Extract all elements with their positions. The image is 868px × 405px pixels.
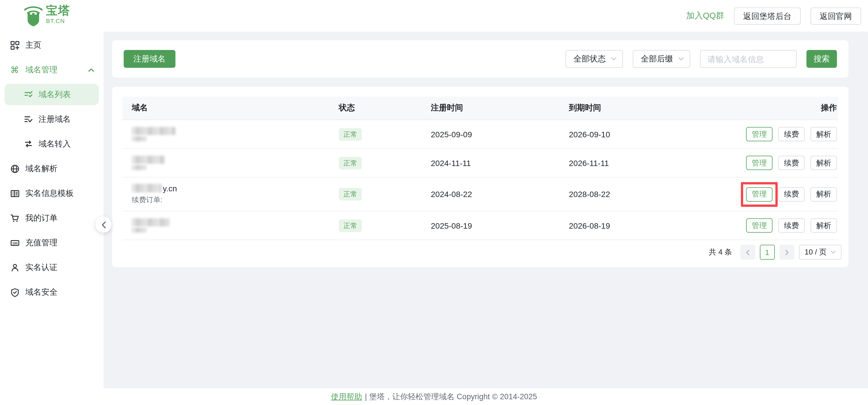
table-row: 正常 2024-11-11 2026-11-11 管理 续费 解析 (123, 149, 838, 177)
registered-date: 2024-08-22 (422, 190, 560, 199)
page-footer: 使用帮助 | 堡塔，让你轻松管理域名 Copyright © 2014-2025 (0, 389, 868, 405)
person-icon (10, 263, 20, 272)
sidebar-item-label: 域名解析 (25, 163, 58, 174)
brand-name: 宝塔 (46, 5, 70, 16)
chevron-left-icon (745, 249, 750, 255)
sidebar-item-label: 域名列表 (38, 89, 71, 100)
topbar: 加入QQ群 返回堡塔后台 返回官网 (103, 0, 868, 32)
register-domain-button[interactable]: 注册域名 (124, 50, 176, 68)
renew-button[interactable]: 续费 (778, 156, 805, 170)
manage-button[interactable]: 管理 (746, 127, 773, 141)
sidebar-item-label: 域名安全 (25, 287, 58, 297)
shield-check-icon (10, 288, 20, 297)
prev-page-button[interactable] (740, 245, 755, 260)
sidebar-item-label: 实名信息模板 (25, 188, 74, 199)
expires-date: 2026-09-10 (560, 130, 732, 139)
status-badge: 正常 (339, 219, 362, 232)
sidebar-collapse-button[interactable] (95, 216, 112, 233)
redacted-domain: y.cn (132, 183, 330, 193)
expires-date: 2026-08-19 (560, 221, 732, 230)
page-number-1[interactable]: 1 (760, 245, 775, 260)
status-badge: 正常 (339, 157, 362, 169)
domain-table-card: 域名 状态 注册时间 到期时间 操作 正常 2025-09-09 2026-09… (112, 87, 848, 267)
table-row: y.cn 续费订单: 正常 2024-08-22 2028-08-22 管理 续… (123, 177, 838, 211)
sidebar-item-domain-transfer[interactable]: 域名转入 (5, 132, 99, 156)
sidebar-item-realname-template[interactable]: 实名信息模板 (0, 181, 103, 206)
renew-button[interactable]: 续费 (778, 218, 805, 233)
redacted-domain (132, 156, 330, 170)
sidebar-item-label: 我的订单 (25, 213, 58, 223)
registered-date: 2025-09-09 (422, 130, 560, 139)
sidebar-item-realname-auth[interactable]: 实名认证 (0, 255, 103, 280)
col-header-actions: 操作 (732, 103, 838, 113)
resolve-button[interactable]: 解析 (810, 156, 837, 170)
back-to-panel-button[interactable]: 返回堡塔后台 (734, 7, 801, 25)
renew-order-note: 续费订单: (132, 195, 330, 205)
copyright-text: | 堡塔，让你轻松管理域名 Copyright © 2014-2025 (365, 392, 537, 402)
manage-button[interactable]: 管理 (746, 218, 773, 233)
pagination: 共 4 条 1 10 / 页 (123, 241, 841, 264)
renew-button[interactable]: 续费 (778, 187, 805, 201)
table-header-row: 域名 状态 注册时间 到期时间 操作 (123, 97, 838, 120)
brand-logo[interactable]: 宝塔 BT.CN (24, 5, 70, 26)
domain-suffix: y.cn (163, 183, 177, 193)
svg-text:100: 100 (12, 241, 18, 245)
sidebar: 宝塔 BT.CN 主页 ⌘ 域名管理 (0, 0, 103, 405)
brand-subtitle: BT.CN (46, 18, 70, 24)
resolve-button[interactable]: 解析 (810, 187, 837, 201)
list-check-icon (24, 90, 33, 99)
sidebar-item-domain-list[interactable]: 域名列表 (5, 84, 99, 105)
chevron-left-icon (101, 221, 106, 228)
renew-button[interactable]: 续费 (778, 127, 805, 141)
manage-button[interactable]: 管理 (746, 156, 773, 170)
chevron-down-icon (611, 57, 617, 61)
suffix-filter-select[interactable]: 全部后缀 (633, 50, 690, 68)
join-qq-group-link[interactable]: 加入QQ群 (686, 10, 724, 21)
domain-search-input[interactable] (700, 50, 797, 68)
baota-shield-icon (24, 5, 42, 26)
transfer-icon (24, 140, 33, 148)
expires-date: 2026-11-11 (560, 158, 732, 167)
registered-date: 2025-08-19 (422, 221, 560, 230)
template-icon (10, 189, 20, 198)
command-icon: ⌘ (10, 65, 20, 74)
sidebar-item-label: 注册域名 (38, 114, 71, 124)
expires-date: 2028-08-22 (560, 190, 732, 199)
highlight-red-box: 管理 (746, 187, 773, 201)
sidebar-item-home[interactable]: 主页 (0, 33, 103, 58)
table-row: 正常 2025-09-09 2026-09-10 管理 续费 解析 (123, 120, 838, 149)
registered-date: 2024-11-11 (422, 158, 560, 167)
page: 宝塔 BT.CN 主页 ⌘ 域名管理 (0, 0, 868, 405)
manage-button-highlighted[interactable]: 管理 (746, 187, 773, 201)
sidebar-nav: 主页 ⌘ 域名管理 域名列表 (0, 33, 103, 304)
sidebar-item-register-domain[interactable]: 注册域名 (5, 107, 99, 132)
next-page-button[interactable] (779, 245, 794, 260)
redacted-domain (132, 127, 330, 141)
status-filter-select[interactable]: 全部状态 (565, 50, 623, 68)
resolve-button[interactable]: 解析 (810, 218, 837, 233)
sidebar-item-label: 域名管理 (25, 65, 58, 75)
banknote-icon: 100 (10, 238, 20, 247)
help-link[interactable]: 使用帮助 (331, 392, 362, 402)
list-check-icon (24, 115, 33, 124)
total-count: 共 4 条 (709, 247, 732, 257)
resolve-button[interactable]: 解析 (810, 127, 837, 141)
chevron-up-icon (88, 67, 94, 72)
col-header-expires: 到期时间 (560, 103, 732, 113)
domain-table: 域名 状态 注册时间 到期时间 操作 正常 2025-09-09 2026-09… (123, 97, 838, 240)
col-header-domain: 域名 (123, 103, 330, 113)
sidebar-item-my-orders[interactable]: 我的订单 (0, 206, 103, 230)
search-button[interactable]: 搜索 (806, 50, 837, 68)
redacted-domain (132, 218, 330, 233)
sidebar-item-recharge[interactable]: 100 充值管理 (0, 230, 103, 255)
back-to-site-button[interactable]: 返回官网 (810, 7, 861, 25)
chevron-down-icon (678, 57, 684, 61)
table-row: 正常 2025-08-19 2026-08-19 管理 续费 解析 (123, 211, 838, 240)
chevron-down-icon (831, 250, 836, 254)
page-size-select[interactable]: 10 / 页 (799, 245, 841, 260)
sidebar-item-domain-management[interactable]: ⌘ 域名管理 (0, 58, 103, 82)
sidebar-item-domain-resolution[interactable]: 域名解析 (0, 156, 103, 181)
sidebar-item-domain-security[interactable]: 域名安全 (0, 280, 103, 304)
sidebar-item-label: 域名转入 (38, 139, 71, 149)
dashboard-icon (10, 40, 20, 50)
